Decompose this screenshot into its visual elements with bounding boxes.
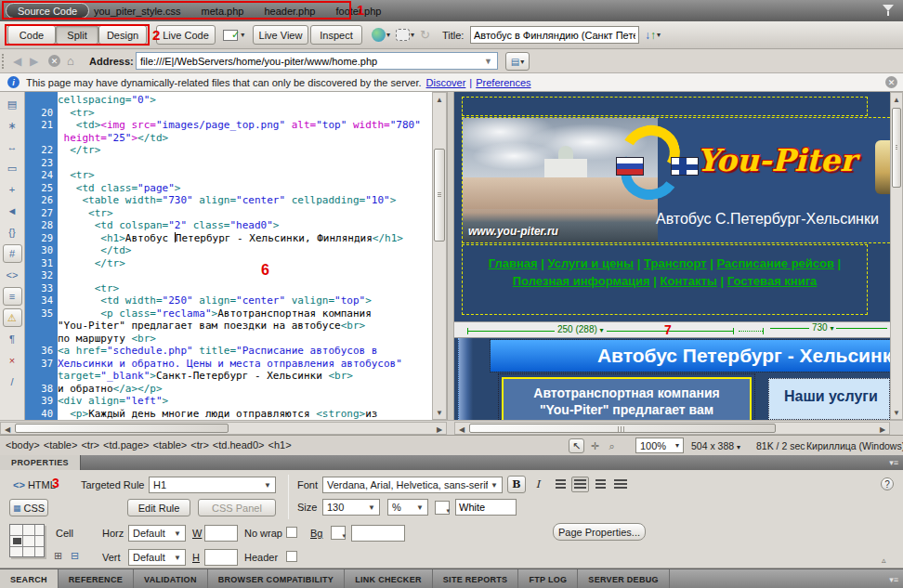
tag-selector-item[interactable]: <table> (44, 439, 78, 451)
horz-combo[interactable]: Default▼ (128, 525, 186, 542)
line-number[interactable]: 34 (25, 294, 53, 307)
live-view-button[interactable]: Live View (253, 25, 308, 45)
line-number[interactable]: 33 (25, 282, 53, 295)
nowrap-checkbox[interactable] (286, 527, 297, 538)
code-line[interactable]: <tr> (58, 282, 432, 295)
results-tab-search[interactable]: SEARCH (0, 569, 59, 588)
size-unit-combo[interactable]: %▼ (387, 499, 428, 516)
line-number-gutter[interactable]: 2021 2223242526272829303132333435 3637 3… (25, 92, 58, 420)
targeted-rule-combo[interactable]: H1▼ (149, 477, 276, 493)
align-justify-icon[interactable] (611, 477, 629, 492)
menu-link[interactable]: Транспорт (644, 256, 707, 270)
line-number[interactable]: 24 (25, 169, 53, 182)
select-tool-icon[interactable]: ↖ (569, 438, 584, 453)
align-left-icon[interactable] (552, 477, 569, 492)
check-browser-compatibility-icon[interactable]: ✓▾ (223, 26, 244, 44)
code-line[interactable]: <tr> (58, 107, 432, 120)
line-numbers-icon[interactable]: # (3, 244, 22, 263)
tag-selector-item[interactable]: <td.head0> (213, 439, 265, 451)
scroll-right-icon[interactable]: ▶ (876, 423, 889, 436)
code-line[interactable]: target="_blank">Санкт-Петербург - Хельси… (58, 370, 432, 383)
code-horizontal-scrollbar[interactable]: ◀ ▶ (0, 422, 447, 435)
line-number[interactable]: 40 (25, 408, 53, 421)
bg-color-swatch[interactable]: ▾ (331, 526, 346, 540)
code-line[interactable]: <div align="left"> (58, 395, 432, 408)
forward-icon[interactable]: ▶ (30, 55, 38, 68)
page-properties-button[interactable]: Page Properties... (553, 523, 646, 541)
line-number[interactable]: 31 (25, 257, 53, 270)
line-number[interactable] (25, 370, 53, 383)
menu-link[interactable]: Контакты (661, 274, 717, 288)
design-view[interactable]: www.you-piter.ru You-Piter Автобус С.Пет… (454, 92, 890, 420)
line-number[interactable]: 22 (25, 144, 53, 157)
code-vertical-scrollbar[interactable]: ▲ ▼ (432, 92, 447, 420)
reclama-cell[interactable]: Автотранспортная компания "You-Piter" пр… (498, 373, 755, 420)
filter-related-files-icon[interactable] (883, 5, 896, 16)
scroll-up-icon[interactable]: ▲ (433, 93, 446, 106)
code-line[interactable]: <p>Каждый день многие люди отправляются … (58, 408, 432, 421)
menu-link[interactable]: Услуги и цены (548, 256, 635, 270)
collapse-selection-icon[interactable]: ▭ (3, 159, 22, 177)
font-combo[interactable]: Verdana, Arial, Helvetica, sans-serif▼ (322, 477, 503, 493)
open-documents-icon[interactable]: ▤ (3, 95, 22, 113)
line-number[interactable]: 25 (25, 182, 53, 195)
tag-selector-item[interactable]: <tr> (81, 439, 99, 451)
magnification-combo[interactable]: 100%▾ (635, 438, 684, 453)
size-combo[interactable]: 130▼ (322, 499, 380, 516)
design-scrollbar-thumb[interactable] (892, 108, 901, 188)
results-tab-server-debug[interactable]: SERVER DEBUG (578, 569, 669, 588)
code-line[interactable] (58, 157, 432, 170)
code-scrollbar-thumb[interactable] (434, 149, 445, 242)
address-input[interactable] (136, 52, 498, 70)
line-number[interactable]: 39 (25, 395, 53, 408)
toolbar-grip[interactable] (2, 54, 6, 69)
preferences-link[interactable]: Preferences (476, 77, 530, 88)
header-checkbox[interactable] (286, 551, 297, 562)
line-number[interactable]: 27 (25, 207, 53, 220)
edit-rule-button[interactable]: Edit Rule (127, 499, 190, 516)
remove-comment-icon[interactable]: × (3, 351, 22, 370)
results-tab-ftp-log[interactable]: FTP LOG (518, 569, 578, 588)
code-line[interactable]: Хельсинки и обратно. Цены и места отправ… (58, 358, 432, 371)
preview-in-browser-icon[interactable]: ▾ (372, 26, 390, 44)
line-number[interactable] (25, 132, 53, 145)
home-icon[interactable]: ⌂ (67, 54, 74, 68)
scroll-left-icon[interactable]: ◀ (1, 423, 14, 436)
code-navigator-menu-icon[interactable]: ▤▾ (505, 52, 530, 71)
window-size-menu[interactable]: 504 x 388 ▾ (691, 440, 740, 451)
h-field[interactable] (204, 549, 238, 566)
panel-resize-grip[interactable]: ▵ (882, 555, 886, 565)
results-tab-reference[interactable]: REFERENCE (59, 569, 134, 588)
line-number[interactable]: 20 (25, 107, 53, 120)
apply-comment-icon[interactable]: ¶ (3, 330, 22, 348)
results-tab-site-reports[interactable]: SITE REPORTS (433, 569, 519, 588)
align-right-icon[interactable] (592, 477, 609, 492)
live-code-button[interactable]: Live Code (156, 25, 216, 45)
visual-aids-icon[interactable]: ▾ (396, 26, 414, 44)
code-line[interactable]: <td class="page"> (58, 182, 432, 195)
code-line[interactable] (58, 269, 432, 282)
inspect-button[interactable]: Inspect (310, 25, 362, 45)
tag-selector-item[interactable]: <h1> (268, 439, 292, 451)
balance-braces-icon[interactable]: {} (3, 223, 22, 242)
column-width-menu-left[interactable]: 250 (288) ▾ (555, 324, 607, 334)
results-tab-validation[interactable]: VALIDATION (134, 569, 208, 588)
code-line[interactable]: <td colspan="2" class="head0"> (58, 219, 432, 232)
results-panel-menu-icon[interactable]: ▾≡ (889, 575, 898, 584)
close-info-bar-icon[interactable]: ✕ (885, 76, 897, 88)
tag-selector-item[interactable]: <tr> (190, 439, 209, 451)
merge-cells-icon[interactable]: ⊞ (54, 550, 62, 562)
scroll-down-icon[interactable]: ▼ (890, 406, 903, 419)
discover-link[interactable]: Discover (426, 77, 466, 88)
scroll-right-icon[interactable]: ▶ (433, 423, 446, 436)
page-heading-h1[interactable]: Автобус Петербург - Хельсинки (491, 340, 890, 372)
refresh-design-view-icon[interactable]: ↻ (420, 26, 430, 44)
split-view-divider[interactable] (447, 92, 454, 420)
panel-menu-icon[interactable]: ▾≡ (889, 458, 898, 467)
line-number[interactable]: 23 (25, 157, 53, 170)
css-mode-button[interactable]: ▦CSS (9, 499, 48, 516)
address-dropdown-icon[interactable]: ▼ (484, 57, 492, 66)
text-color-swatch[interactable]: ▾ (435, 501, 450, 515)
tag-selector-item[interactable]: <table> (153, 439, 188, 451)
bg-color-field[interactable] (351, 525, 405, 542)
